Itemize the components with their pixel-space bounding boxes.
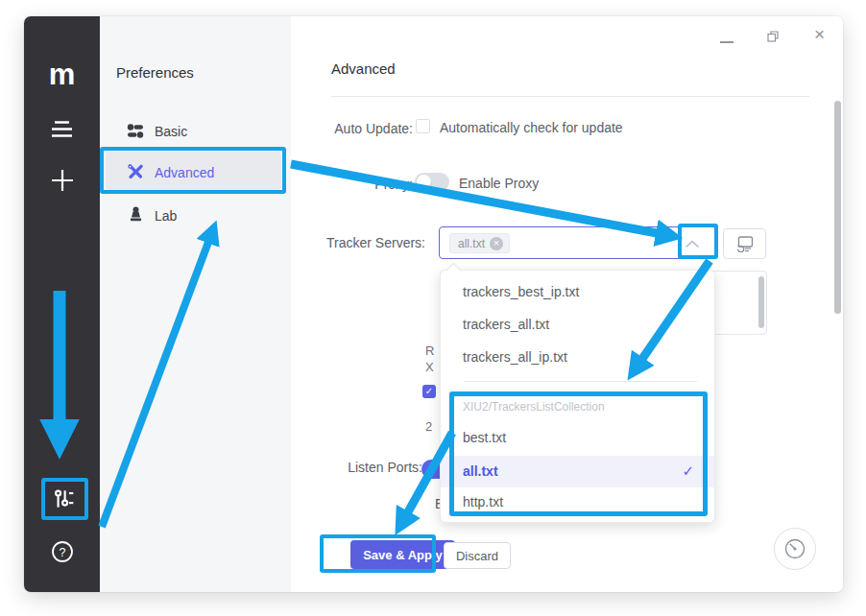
help-icon[interactable]: ?: [51, 540, 74, 567]
auto-update-checkbox-label: Automatically check for update: [440, 120, 623, 135]
sync-trackers-button[interactable]: [723, 228, 766, 259]
dropdown-option[interactable]: best.txt: [463, 430, 506, 445]
title-divider: [331, 96, 809, 97]
save-apply-button[interactable]: Save & Apply: [350, 540, 455, 569]
speed-gauge-button[interactable]: [774, 528, 816, 570]
minimize-icon[interactable]: [720, 41, 734, 43]
dropdown-option[interactable]: trackers_all_ip.txt: [463, 349, 567, 365]
motrix-logo-icon: m: [24, 60, 100, 89]
textarea-scrollbar[interactable]: [758, 276, 764, 328]
close-icon[interactable]: ×: [814, 24, 825, 45]
dropdown-option-selected[interactable]: all.txt ✓: [441, 456, 714, 487]
toggle-knob: [417, 175, 431, 189]
tracker-servers-select[interactable]: all.txt ×: [439, 226, 717, 259]
tracker-dropdown-popup: trackers_best_ip.txt trackers_all.txt tr…: [440, 270, 715, 523]
nav-label-lab: Lab: [155, 208, 177, 224]
content-scrollbar[interactable]: [834, 101, 841, 314]
sidebar: m: [24, 16, 100, 592]
preferences-icon[interactable]: [51, 486, 76, 515]
chevron-up-icon[interactable]: [685, 240, 700, 249]
svg-text:?: ?: [60, 546, 66, 559]
proxy-label: Proxy:: [310, 177, 413, 192]
dropdown-option[interactable]: trackers_all.txt: [463, 317, 549, 332]
enable-proxy-toggle-label: Enable Proxy: [459, 176, 539, 191]
enable-proxy-toggle[interactable]: [415, 173, 449, 191]
dropdown-group-label: XIU2/TrackersListCollection: [463, 400, 605, 414]
listen-ports-label: Listen Ports:: [307, 460, 422, 475]
nav-label-advanced: Advanced: [155, 165, 214, 180]
add-task-icon[interactable]: [48, 166, 77, 199]
dropdown-option[interactable]: trackers_best_ip.txt: [463, 284, 579, 299]
restore-icon[interactable]: [767, 29, 779, 46]
auto-update-checkbox[interactable]: [416, 119, 430, 133]
page-title: Advanced: [331, 60, 396, 77]
obscured-checked-checkbox[interactable]: ✓: [422, 385, 436, 398]
task-list-icon[interactable]: [49, 120, 75, 142]
tag-remove-icon[interactable]: ×: [490, 237, 503, 250]
dropdown-divider: [464, 381, 697, 382]
obscured-text-fragment: 2: [425, 419, 432, 434]
tracker-servers-label: Tracker Servers:: [310, 235, 425, 250]
preferences-title: Preferences: [116, 64, 194, 81]
obscured-text-fragment: R: [425, 344, 434, 358]
advanced-settings-pane: × Advanced Auto Update: Automatically ch…: [291, 16, 843, 592]
selected-tracker-tag: all.txt ×: [449, 233, 510, 253]
preferences-panel: Preferences Basic Advanced: [100, 16, 291, 592]
auto-update-label: Auto Update:: [310, 121, 413, 136]
check-icon: ✓: [682, 462, 694, 480]
app-window: m: [24, 16, 843, 592]
discard-button[interactable]: Discard: [444, 542, 511, 569]
dropdown-option[interactable]: http.txt: [463, 494, 503, 509]
popup-caret: [446, 263, 462, 278]
obscured-text-fragment: X: [425, 360, 434, 374]
selected-option-label: all.txt: [463, 463, 498, 479]
nav-label-basic: Basic: [155, 124, 187, 139]
tag-text: all.txt: [458, 237, 485, 250]
